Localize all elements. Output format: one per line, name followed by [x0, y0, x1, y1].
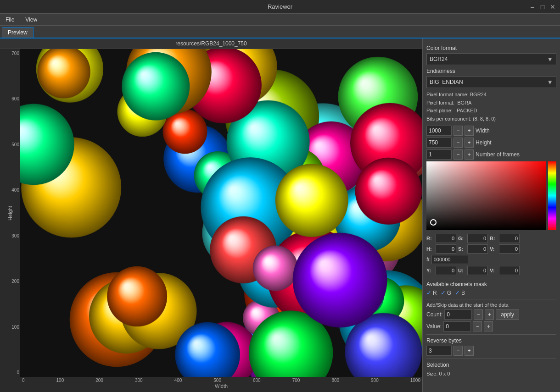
u-input[interactable]	[467, 266, 488, 275]
value-decrement-button[interactable]: −	[473, 321, 482, 331]
xtick-200: 200	[95, 378, 103, 383]
tab-preview[interactable]: Preview	[2, 27, 34, 38]
selection-size: Size: 0 x 0	[426, 370, 556, 378]
maximize-button[interactable]: □	[539, 3, 546, 11]
app-title: Raviewer	[268, 3, 292, 10]
color-format-label: Color format	[426, 45, 556, 51]
reverse-bytes-label: Reverse bytes	[426, 337, 556, 344]
ytick-600: 600	[7, 96, 19, 101]
ytick-200: 200	[7, 279, 19, 284]
width-decrement-button[interactable]: −	[454, 126, 463, 136]
endianness-dropdown[interactable]: BIG_ENDIAN ▼	[426, 76, 556, 88]
width-increment-button[interactable]: +	[465, 126, 474, 136]
value-input[interactable]	[443, 321, 471, 331]
divider-4	[426, 359, 556, 359]
ytick-300: 300	[7, 233, 19, 238]
endianness-value: BIG_ENDIAN	[430, 79, 547, 85]
value-increment-button[interactable]: +	[484, 321, 493, 331]
channel-b-label: B	[461, 290, 465, 296]
ytick-100: 100	[7, 325, 19, 330]
check-r-icon: ✓	[426, 289, 431, 296]
image-canvas[interactable]	[20, 49, 422, 377]
frames-decrement-button[interactable]: −	[454, 149, 463, 160]
channel-b-check[interactable]: ✓ B	[455, 289, 465, 296]
v2-input[interactable]	[499, 266, 520, 275]
hsv-row: H: S: V:	[426, 244, 556, 254]
hex-input[interactable]	[431, 255, 468, 264]
s-input[interactable]	[467, 244, 488, 254]
skip-data-label: Add/Skip data at the start of the data	[426, 302, 556, 308]
reverse-bytes-decrement-button[interactable]: −	[454, 346, 463, 356]
v-input[interactable]	[499, 244, 520, 254]
image-wrapper: Height 700 600 500 400 300 200 100 0	[0, 49, 422, 392]
pixel-format: Pixel format: BGRA	[426, 99, 556, 107]
height-decrement-button[interactable]: −	[454, 138, 463, 148]
divider-3	[426, 334, 556, 335]
x-axis-row: 0 100 200 300 400 500 600 700 800 900 10…	[0, 377, 422, 392]
xtick-800: 800	[331, 378, 339, 383]
r-input[interactable]	[436, 234, 456, 243]
yuv-row: Y: U: V:	[426, 266, 556, 275]
h-input[interactable]	[436, 244, 456, 254]
color-format-arrow-icon: ▼	[547, 55, 553, 63]
color-format-value: BGR24	[430, 56, 547, 62]
pixel-format-name: Pixel format name: BGR24	[426, 91, 556, 99]
channel-g-label: G	[447, 290, 451, 296]
height-label: Height	[476, 139, 492, 146]
reverse-bytes-increment-button[interactable]: +	[465, 346, 474, 356]
bits-per-component: Bits per component: (8, 8, 8, 0)	[426, 115, 556, 123]
y-input[interactable]	[436, 266, 456, 275]
frames-increment-button[interactable]: +	[465, 149, 474, 160]
y-axis-label: Height	[7, 206, 13, 221]
color-spectrum[interactable]	[548, 161, 556, 230]
image-canvas-wrapper[interactable]	[20, 49, 422, 377]
pixel-plane: Pixel plane: PACKED	[426, 107, 556, 115]
reverse-bytes-row: − +	[426, 346, 556, 356]
height-increment-button[interactable]: +	[465, 138, 474, 148]
count-input[interactable]	[444, 309, 472, 320]
color-cursor	[430, 219, 437, 226]
g-input[interactable]	[467, 234, 488, 243]
selection-label: Selection	[426, 362, 556, 368]
divider-2	[426, 299, 556, 299]
channels-mask-row: ✓ R ✓ G ✓ B	[426, 289, 556, 296]
menu-view[interactable]: View	[22, 16, 40, 24]
image-panel: resources/RGB24_1000_750 Height 700 600 …	[0, 39, 422, 392]
minimize-button[interactable]: –	[529, 3, 536, 11]
xtick-500: 500	[213, 378, 221, 383]
color-gradient[interactable]	[426, 161, 546, 230]
x-axis-ticks: 0 100 200 300 400 500 600 700 800 900 10…	[20, 377, 422, 383]
color-format-dropdown[interactable]: BGR24 ▼	[426, 53, 556, 65]
v-label: V:	[490, 246, 497, 252]
close-button[interactable]: ✕	[549, 3, 556, 11]
s-label: S:	[458, 246, 465, 252]
frames-input[interactable]	[426, 149, 452, 160]
canvas-yaxis-container: Height 700 600 500 400 300 200 100 0	[0, 49, 422, 377]
height-input[interactable]	[426, 138, 452, 148]
color-picker-area[interactable]	[426, 161, 556, 230]
count-decrement-button[interactable]: −	[474, 309, 483, 320]
endianness-arrow-icon: ▼	[547, 78, 553, 86]
width-input[interactable]	[426, 126, 452, 136]
v2-label: V:	[490, 268, 497, 273]
b-input[interactable]	[499, 234, 520, 243]
xtick-400: 400	[174, 378, 182, 383]
count-label: Count:	[426, 311, 442, 318]
count-increment-button[interactable]: +	[485, 309, 494, 320]
ytick-700: 700	[7, 51, 19, 56]
reverse-bytes-input[interactable]	[426, 346, 452, 356]
y-label: Y:	[426, 268, 434, 273]
count-row: Count: − + apply	[426, 309, 556, 320]
channels-mask-label: Available channels mask	[426, 281, 556, 287]
value-label: Value:	[426, 323, 442, 330]
xtick-300: 300	[135, 378, 143, 383]
frames-label: Number of frames	[476, 151, 520, 158]
g-label: G:	[458, 236, 465, 241]
window-controls: – □ ✕	[529, 3, 556, 11]
apply-button[interactable]: apply	[496, 309, 519, 320]
r-label: R:	[426, 236, 434, 241]
channel-r-check[interactable]: ✓ R	[426, 289, 437, 296]
channel-g-check[interactable]: ✓ G	[441, 289, 451, 296]
b-label: B:	[490, 236, 497, 241]
menu-file[interactable]: File	[3, 16, 17, 24]
